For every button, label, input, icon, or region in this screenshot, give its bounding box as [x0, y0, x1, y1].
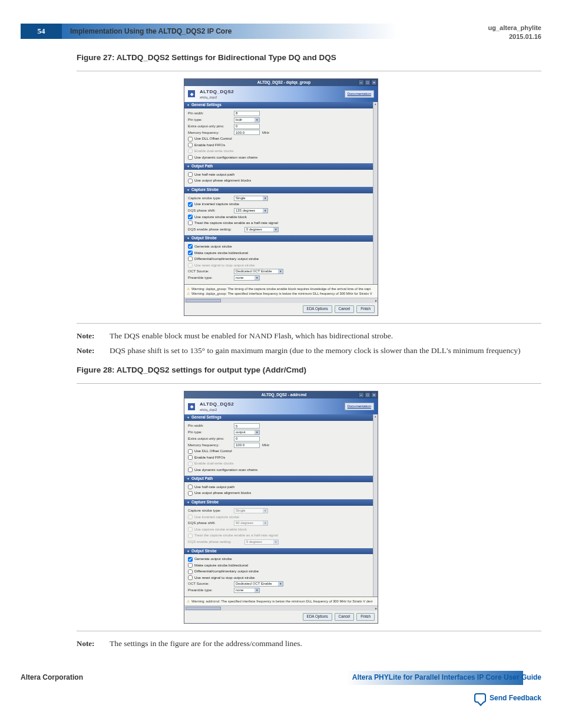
enable-fifos-checkbox[interactable]: Enable hard FIFOs: [188, 143, 369, 148]
capture-type-label: Capture strobe type:: [188, 196, 234, 201]
dialog-titlebar[interactable]: ALTDQ_DQS2 - addrcmd – □ ×: [184, 391, 378, 398]
use-dll-checkbox[interactable]: Use DLL Offset Control: [188, 136, 369, 141]
half-rate-checkbox[interactable]: Use half-rate output path: [188, 485, 369, 490]
eda-options-button[interactable]: EDA Options: [303, 613, 332, 621]
ip-name: ALTDQ_DQS2: [200, 401, 234, 407]
generate-strobe-checkbox[interactable]: Generate output strobe: [188, 556, 369, 562]
phase-align-checkbox[interactable]: Use output phase alignment blocks: [188, 178, 369, 183]
scroll-up-icon[interactable]: ▴: [375, 102, 376, 106]
dqs-enable-phase-label: DQS enable phase setting:: [188, 539, 244, 545]
extra-pins-input[interactable]: 0: [234, 436, 260, 442]
note-label: Note:: [77, 638, 106, 650]
extra-pins-input[interactable]: 0: [234, 124, 260, 129]
differential-checkbox[interactable]: Differential/complimentary output strobe: [188, 256, 369, 262]
chevron-down-icon: ▾: [263, 209, 267, 213]
section-general[interactable]: ▼General Settings: [184, 102, 373, 108]
mem-freq-input[interactable]: 100.0: [234, 130, 260, 135]
horizontal-scrollbar[interactable]: ▸: [184, 298, 378, 302]
dynamic-config-checkbox[interactable]: Use dynamic configuration scan chains: [188, 155, 369, 160]
oct-source-select[interactable]: Dedicated OCT Enable▾: [234, 269, 283, 274]
maximize-icon[interactable]: □: [365, 392, 371, 398]
half-rate-checkbox[interactable]: Use half-rate output path: [188, 172, 369, 177]
divider: [77, 71, 541, 71]
note-label: Note:: [77, 331, 106, 342]
section-output-path[interactable]: ▼Output Path: [184, 476, 373, 482]
preamble-select[interactable]: none▾: [234, 275, 260, 281]
minimize-icon[interactable]: –: [358, 392, 364, 398]
pin-type-select[interactable]: output▾: [234, 430, 260, 435]
use-reset-checkbox[interactable]: Use reset signal to stop output strobe: [188, 575, 369, 581]
megacore-logo-icon: ◆: [188, 403, 195, 410]
pin-width-input[interactable]: 8: [234, 111, 260, 116]
minimize-icon[interactable]: –: [358, 80, 364, 85]
phase-align-checkbox[interactable]: Use output phase alignment blocks: [188, 490, 369, 496]
generate-strobe-checkbox[interactable]: Generate output strobe: [188, 244, 369, 249]
warning-icon: ⚠: [187, 291, 190, 296]
section-capture-strobe[interactable]: ▼Capture Strobe: [184, 187, 373, 193]
cancel-button[interactable]: Cancel: [335, 305, 355, 313]
section-output-strobe[interactable]: ▼Output Strobe: [184, 235, 373, 242]
maximize-icon[interactable]: □: [365, 80, 371, 85]
scroll-right-icon[interactable]: ▸: [375, 298, 377, 303]
enable-fifos-checkbox[interactable]: Enable hard FIFOs: [188, 455, 369, 460]
dqs-phase-label: DQS phase shift:: [188, 521, 234, 526]
section-capture-strobe[interactable]: ▼Capture Strobe: [184, 499, 373, 506]
pin-width-input[interactable]: 5: [234, 423, 260, 429]
close-icon[interactable]: ×: [371, 392, 377, 398]
section-general[interactable]: ▼General Settings: [184, 414, 373, 421]
use-reset-checkbox: Use reset signal to stop output strobe: [188, 263, 369, 268]
warning-text: Warning: dqdqs_group: The timing of the …: [191, 286, 371, 291]
documentation-button[interactable]: Documentation: [345, 90, 374, 97]
scrollbar-thumb[interactable]: [186, 607, 221, 610]
pin-type-select[interactable]: bidir▾: [234, 117, 260, 123]
use-inverted-checkbox[interactable]: Use inverted capture strobe: [188, 202, 369, 207]
chevron-down-icon: ▾: [263, 521, 267, 525]
documentation-button[interactable]: Documentation: [345, 403, 374, 410]
divider: [77, 631, 541, 631]
make-bidir-checkbox[interactable]: Make capture strobe bidirectional: [188, 563, 369, 568]
cancel-button[interactable]: Cancel: [335, 613, 355, 621]
chevron-down-icon: ▾: [278, 269, 283, 274]
ip-instance: altdq_dqs2: [200, 95, 234, 100]
send-feedback-link[interactable]: Send Feedback: [474, 693, 541, 703]
use-enable-block-checkbox: Use capture strobe enable block: [188, 527, 369, 532]
treat-half-rate-checkbox: Treat the capture strobe enable as a hal…: [188, 533, 369, 538]
close-icon[interactable]: ×: [371, 80, 377, 85]
chevron-down-icon: ▾: [263, 509, 267, 513]
differential-checkbox[interactable]: Differential/complimentary output strobe: [188, 569, 369, 574]
dqs-phase-select[interactable]: 135 degrees▾: [234, 208, 268, 213]
eda-options-button[interactable]: EDA Options: [303, 305, 332, 313]
vertical-scrollbar[interactable]: ▴: [373, 414, 378, 596]
finish-button[interactable]: Finish: [356, 305, 375, 313]
chevron-down-icon: ▾: [278, 582, 283, 586]
preamble-select[interactable]: none▾: [234, 588, 260, 593]
note-text: The DQS enable block must be enabled for…: [110, 331, 541, 342]
dqs-enable-phase-select[interactable]: 0 degrees▾: [244, 227, 279, 232]
extra-pins-label: Extra output-only pins:: [188, 436, 234, 442]
scroll-right-icon[interactable]: ▸: [375, 606, 377, 611]
section-output-path[interactable]: ▼Output Path: [184, 163, 373, 170]
warning-text: Warning: addrcmd: The specified interfac…: [191, 599, 372, 604]
preamble-label: Preamble type:: [188, 588, 234, 593]
mem-freq-input[interactable]: 100.0: [234, 443, 260, 448]
section-output-strobe[interactable]: ▼Output Strobe: [184, 548, 373, 555]
horizontal-scrollbar[interactable]: ▸: [184, 605, 378, 610]
capture-type-select: Single▾: [234, 508, 268, 513]
scroll-up-icon[interactable]: ▴: [375, 414, 376, 419]
section-title: Implementation Using the ALTDQ_DQS2 IP C…: [62, 24, 482, 39]
scrollbar-thumb[interactable]: [186, 299, 221, 302]
capture-type-select[interactable]: Single▾: [234, 196, 268, 201]
preamble-label: Preamble type:: [188, 275, 234, 281]
dqs-enable-phase-select: 0 degrees▾: [244, 539, 279, 545]
make-bidir-checkbox[interactable]: Make capture strobe bidirectional: [188, 251, 369, 256]
vertical-scrollbar[interactable]: ▴: [373, 102, 378, 284]
treat-half-rate-checkbox[interactable]: Treat the capture strobe enable as a hal…: [188, 220, 369, 226]
dialog-titlebar[interactable]: ALTDQ_DQS2 - dqdqs_group – □ ×: [184, 79, 378, 86]
oct-source-select[interactable]: Dedicated OCT Enable▾: [234, 581, 283, 587]
pin-width-label: Pin width:: [188, 423, 234, 429]
use-enable-block-checkbox[interactable]: Use capture strobe enable block: [188, 215, 369, 220]
dynamic-config-checkbox[interactable]: Use dynamic configuration scan chains: [188, 467, 369, 473]
finish-button[interactable]: Finish: [356, 613, 375, 621]
use-dll-checkbox[interactable]: Use DLL Offset Control: [188, 449, 369, 454]
user-guide-link[interactable]: Altera PHYLite for Parallel Interfaces I…: [346, 673, 541, 683]
